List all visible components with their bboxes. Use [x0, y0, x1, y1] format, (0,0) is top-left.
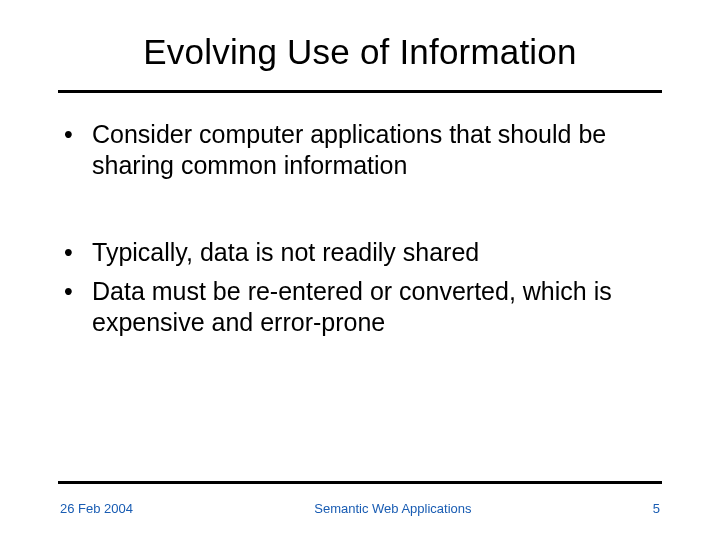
slide-title: Evolving Use of Information — [50, 32, 670, 72]
bullet-list: Consider computer applications that shou… — [58, 119, 670, 181]
bullet-item: Data must be re-entered or converted, wh… — [58, 276, 670, 338]
bullet-list: Typically, data is not readily shared Da… — [58, 237, 670, 338]
slide-footer: 26 Feb 2004 Semantic Web Applications 5 — [50, 501, 670, 516]
footer-center: Semantic Web Applications — [133, 501, 653, 516]
slide-body: Consider computer applications that shou… — [50, 93, 670, 338]
bullet-gap — [58, 189, 670, 237]
slide: Evolving Use of Information Consider com… — [0, 0, 720, 540]
bullet-item: Consider computer applications that shou… — [58, 119, 670, 181]
footer-divider — [58, 481, 662, 484]
footer-page-number: 5 — [653, 501, 660, 516]
footer-date: 26 Feb 2004 — [60, 501, 133, 516]
bullet-item: Typically, data is not readily shared — [58, 237, 670, 268]
